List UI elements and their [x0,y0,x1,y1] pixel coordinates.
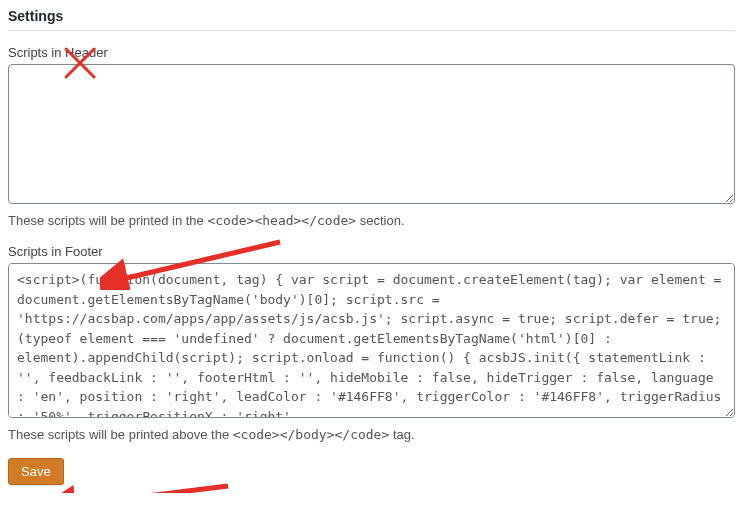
save-button[interactable]: Save [8,458,64,485]
scripts-header-label: Scripts in Header [8,45,735,60]
arrow-icon [48,472,238,493]
helper-text: section. [356,213,404,228]
helper-text: tag. [389,427,414,442]
scripts-footer-input[interactable] [8,263,735,418]
scripts-footer-section: Scripts in Footer These scripts will be … [8,244,735,442]
helper-text: These scripts will be printed above the [8,427,233,442]
helper-code: <code><head></code> [207,213,356,228]
scripts-header-helper: These scripts will be printed in the <co… [8,213,735,228]
scripts-header-section: Scripts in Header These scripts will be … [8,45,735,228]
helper-text: These scripts will be printed in the [8,213,207,228]
scripts-footer-helper: These scripts will be printed above the … [8,427,735,442]
page-title: Settings [8,8,735,24]
helper-code: <code></body></code> [233,427,390,442]
divider [8,30,735,31]
scripts-header-input[interactable] [8,64,735,204]
svg-line-5 [66,486,228,493]
scripts-footer-label: Scripts in Footer [8,244,735,259]
